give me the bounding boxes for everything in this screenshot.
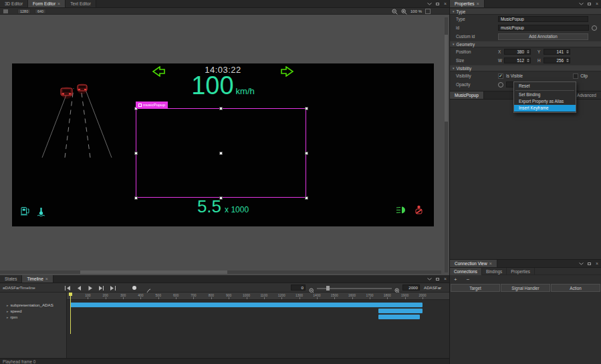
form-editor-canvas[interactable]: 14:03:22 100 km/h	[0, 15, 449, 275]
tab-form-editor[interactable]: Form Editor ×	[28, 0, 66, 7]
float-window-icon[interactable]	[433, 0, 441, 7]
remove-connection-button[interactable]: −	[464, 276, 473, 284]
tab-connection-view[interactable]: Connection View ×	[450, 260, 497, 267]
selection-handle[interactable]	[219, 196, 223, 200]
menu-item-set-binding[interactable]: Set Binding	[514, 92, 576, 98]
close-panel-icon[interactable]: ×	[441, 275, 449, 283]
tab-properties-connections[interactable]: Properties	[507, 268, 535, 275]
canvas-horizontal-scrollbar[interactable]	[0, 270, 441, 274]
selection-item-tag[interactable]: musicPopup	[136, 102, 168, 108]
collapse-arrow-icon[interactable]: ▾	[453, 9, 455, 13]
selection-handle[interactable]	[134, 152, 138, 155]
fit-to-screen-icon[interactable]	[425, 9, 431, 14]
tab-states[interactable]: States	[0, 275, 22, 283]
close-panel-icon[interactable]: ×	[593, 0, 601, 7]
close-panel-icon[interactable]: ×	[593, 260, 601, 267]
timeline-ruler[interactable]: 1002003004005006007008009001000110012001…	[67, 293, 449, 300]
temperature-icon[interactable]	[36, 206, 46, 219]
width-spinbox[interactable]: 512	[504, 57, 531, 63]
scrollbar-thumb[interactable]	[80, 270, 227, 274]
track-lane[interactable]	[67, 302, 449, 308]
spinner-arrows[interactable]	[565, 58, 570, 63]
selection-handle[interactable]	[305, 107, 308, 110]
track-row-speed[interactable]: ▸ speed	[0, 308, 66, 314]
adas-road-view[interactable]	[37, 79, 116, 162]
close-icon[interactable]: ×	[477, 1, 479, 6]
tab-musicpopup[interactable]: MusicPopup	[450, 92, 484, 99]
chevron-down-icon[interactable]	[577, 0, 585, 7]
menu-item-insert-keyframe[interactable]: Insert Keyframe	[514, 105, 576, 112]
section-header-type[interactable]: ▾ Type	[450, 8, 601, 15]
slider-thumb[interactable]	[326, 286, 330, 291]
track-row-subpresentation[interactable]: ▸ subpresentation_ADAS	[0, 302, 66, 308]
spinner-arrows[interactable]	[565, 49, 570, 54]
add-annotation-button[interactable]: Add Annotation	[498, 33, 588, 40]
id-input[interactable]: musicPopup	[498, 25, 589, 31]
next-frame-icon[interactable]	[98, 285, 105, 291]
timeline-keyframe-bar[interactable]	[378, 309, 423, 313]
menu-item-reset[interactable]: Reset	[514, 83, 576, 89]
float-window-icon[interactable]	[585, 0, 593, 7]
close-icon[interactable]: ×	[489, 261, 492, 266]
tab-timeline[interactable]: Timeline ×	[22, 275, 53, 283]
close-icon[interactable]: ×	[45, 277, 48, 281]
spinner-arrows[interactable]	[525, 58, 530, 63]
tab-bindings[interactable]: Bindings	[482, 268, 507, 275]
timeline-track-area[interactable]: 1002003004005006007008009001000110012001…	[67, 293, 449, 358]
active-timeline-label[interactable]: ADASFar	[424, 285, 441, 290]
seatbelt-warning-icon[interactable]	[414, 205, 423, 217]
canvas-vertical-scrollbar[interactable]	[445, 17, 448, 272]
breadcrumb-item[interactable]: 640	[35, 9, 46, 14]
previous-frame-icon[interactable]	[75, 285, 82, 291]
expand-arrow-icon[interactable]: ▸	[7, 303, 9, 307]
section-header-visibility[interactable]: ▾ Visibility	[450, 65, 601, 71]
timeline-keyframe-bar[interactable]	[378, 315, 420, 319]
selection-handle[interactable]	[134, 196, 138, 200]
play-icon[interactable]	[86, 285, 94, 291]
tab-3d-editor[interactable]: 3D Editor	[0, 0, 28, 7]
scrollbar-thumb[interactable]	[445, 35, 448, 122]
track-lane[interactable]	[67, 308, 449, 314]
record-icon[interactable]	[132, 286, 136, 290]
expand-arrow-icon[interactable]: ▸	[7, 315, 9, 319]
close-icon[interactable]: ×	[57, 1, 60, 6]
height-spinbox[interactable]: 256	[544, 57, 570, 63]
collapse-arrow-icon[interactable]: ▾	[453, 66, 455, 70]
playhead-cap[interactable]	[69, 293, 72, 296]
target-column-button[interactable]: Target	[451, 284, 500, 292]
hud-rpm-display[interactable]: 5.5 x 1000	[12, 198, 434, 215]
jump-to-start-icon[interactable]	[64, 285, 71, 291]
jump-to-end-icon[interactable]	[109, 285, 116, 291]
timeline-name-selector[interactable]: aDASFarTimeline	[3, 285, 35, 290]
current-frame-input[interactable]: 0	[291, 285, 306, 291]
fuel-pump-icon[interactable]	[20, 206, 30, 218]
float-window-icon[interactable]	[585, 260, 593, 267]
zoom-level-label[interactable]: 100 %	[410, 9, 422, 13]
expand-arrow-icon[interactable]: ▸	[7, 309, 9, 313]
export-alias-icon[interactable]	[592, 25, 597, 31]
type-value-field[interactable]: MusicPopup	[498, 16, 588, 22]
end-frame-input[interactable]: 2000	[402, 285, 420, 291]
signal-handler-column-button[interactable]: Signal Handler	[501, 284, 550, 292]
headlight-icon[interactable]	[396, 205, 407, 217]
tab-connections[interactable]: Connections	[450, 268, 482, 275]
track-row-rpm[interactable]: ▸ rpm	[0, 314, 66, 320]
menu-item-export-property-as-alias[interactable]: Export Property as Alias	[514, 98, 576, 105]
spinner-arrows[interactable]	[525, 49, 530, 54]
is-visible-checkbox[interactable]: ✓	[498, 73, 503, 79]
x-position-spinbox[interactable]: 380	[504, 49, 531, 55]
keyframe-indicator-icon[interactable]	[498, 82, 503, 87]
add-connection-button[interactable]: +	[451, 276, 460, 284]
timeline-zoom-slider[interactable]	[317, 286, 392, 291]
chevron-down-icon[interactable]	[577, 260, 585, 267]
action-column-button[interactable]: Action	[551, 284, 600, 292]
selection-handle[interactable]	[305, 152, 308, 155]
chevron-down-icon[interactable]	[425, 275, 433, 283]
timeline-keyframe-bar[interactable]	[70, 303, 423, 307]
close-panel-icon[interactable]: ×	[441, 0, 449, 7]
collapse-arrow-icon[interactable]: ▾	[453, 42, 455, 46]
cluster-dashboard-root[interactable]: 14:03:22 100 km/h	[12, 63, 434, 226]
selection-handle[interactable]	[219, 107, 223, 110]
section-header-geometry[interactable]: ▾ Geometry	[450, 41, 601, 47]
track-lane[interactable]	[67, 314, 449, 320]
